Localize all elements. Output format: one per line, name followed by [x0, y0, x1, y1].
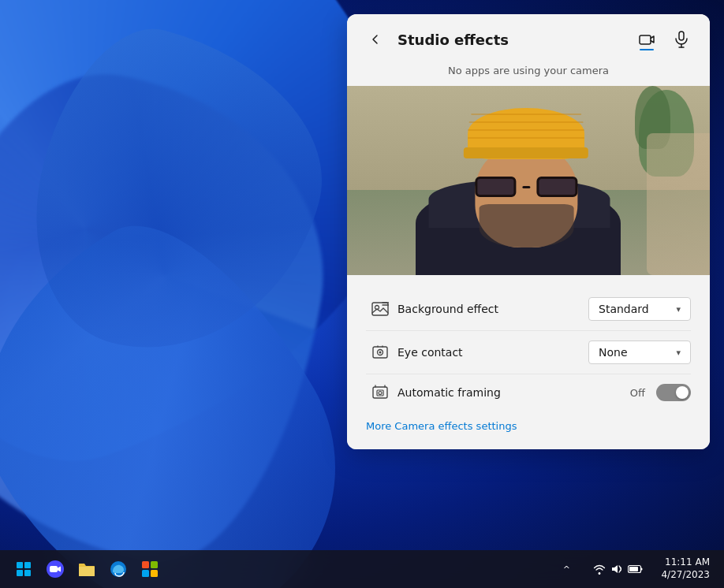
svg-rect-18 [151, 570, 158, 577]
svg-rect-15 [142, 561, 149, 568]
start-button[interactable] [9, 555, 38, 583]
eye-contact-dropdown[interactable]: None ▾ [588, 341, 691, 364]
system-icons-group[interactable] [587, 560, 650, 579]
settings-area: Background effect Standard ▾ Eye contac [347, 275, 710, 449]
system-tray-expand-button[interactable]: ^ [552, 555, 580, 583]
taskbar-clock[interactable]: 11:11 AM 4/27/2023 [656, 555, 715, 582]
automatic-framing-toggle-label: Off [630, 387, 645, 399]
wifi-icon [593, 564, 606, 575]
eye-contact-value: None [599, 346, 671, 359]
eye-contact-chevron: ▾ [676, 348, 681, 358]
taskbar-left [9, 555, 164, 583]
battery-icon [628, 564, 644, 574]
taskbar: ^ 11:11 AM 4 [0, 550, 724, 588]
microsoft-store-button[interactable] [136, 555, 164, 583]
video-call-app-button[interactable] [41, 555, 69, 583]
automatic-framing-control: Off [630, 384, 691, 401]
svg-rect-16 [151, 561, 158, 568]
eye-contact-control: None ▾ [588, 341, 691, 364]
clock-time: 11:11 AM [661, 556, 710, 569]
automatic-framing-label: Automatic framing [397, 386, 630, 399]
background-effect-chevron: ▾ [676, 304, 681, 314]
panel-header: Studio effects [347, 14, 710, 61]
back-button[interactable] [363, 27, 388, 52]
no-apps-notice: No apps are using your camera [347, 61, 710, 86]
background-effect-value: Standard [599, 303, 671, 315]
edge-browser-button[interactable] [104, 555, 132, 583]
svg-rect-1 [679, 32, 684, 40]
svg-rect-9 [373, 387, 387, 398]
eye-contact-row: Eye contact None ▾ [366, 331, 691, 374]
eye-contact-icon [366, 344, 394, 361]
svg-point-8 [379, 352, 382, 354]
toggle-thumb [676, 386, 689, 399]
volume-icon [610, 563, 623, 575]
svg-rect-17 [142, 570, 149, 577]
taskbar-right: ^ 11:11 AM 4 [552, 555, 715, 583]
svg-rect-13 [50, 566, 58, 572]
background-effect-icon [366, 300, 394, 318]
header-icons [634, 27, 694, 52]
camera-toggle-button[interactable] [634, 27, 659, 52]
panel-title: Studio effects [397, 32, 625, 48]
svg-point-11 [379, 392, 382, 395]
mic-toggle-button[interactable] [669, 27, 694, 52]
file-explorer-button[interactable] [73, 555, 101, 583]
background-effect-row: Background effect Standard ▾ [366, 288, 691, 331]
svg-rect-20 [629, 567, 638, 571]
svg-rect-0 [640, 35, 651, 44]
chevron-icon: ^ [563, 564, 570, 575]
automatic-framing-toggle[interactable] [656, 384, 691, 401]
background-effect-label: Background effect [397, 303, 588, 315]
background-effect-dropdown[interactable]: Standard ▾ [588, 297, 691, 321]
eye-contact-label: Eye contact [397, 346, 588, 359]
more-camera-settings-link[interactable]: More Camera effects settings [366, 411, 691, 437]
camera-preview [347, 86, 710, 275]
automatic-framing-icon [366, 384, 394, 401]
clock-date: 4/27/2023 [661, 569, 710, 582]
automatic-framing-row: Automatic framing Off [366, 374, 691, 411]
studio-effects-panel: Studio effects No apps are using your ca… [347, 14, 710, 449]
background-effect-control: Standard ▾ [588, 297, 691, 321]
